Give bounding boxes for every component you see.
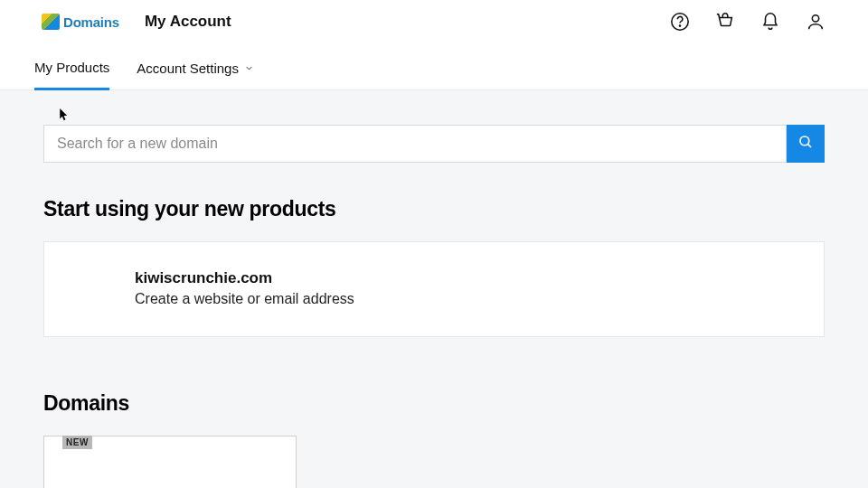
help-icon[interactable] (669, 11, 691, 33)
header-left: Domains My Account (42, 13, 231, 31)
header-icons (669, 11, 826, 33)
search-row (43, 125, 825, 163)
page-title: My Account (145, 13, 231, 31)
tab-my-products[interactable]: My Products (34, 60, 109, 90)
tabs: My Products Account Settings (0, 43, 868, 90)
tab-label: Account Settings (137, 61, 239, 76)
product-card[interactable]: kiwiscrunchie.com Create a website or em… (43, 241, 825, 337)
chevron-down-icon (244, 61, 254, 76)
section-heading-products: Start using your new products (43, 197, 825, 221)
logo[interactable]: Domains (42, 14, 119, 30)
product-card-title: kiwiscrunchie.com (135, 269, 802, 287)
bell-icon[interactable] (760, 11, 781, 33)
cart-icon[interactable] (714, 11, 736, 33)
cursor-icon (60, 108, 70, 124)
tab-label: My Products (34, 60, 109, 75)
tab-account-settings[interactable]: Account Settings (137, 60, 254, 89)
svg-point-3 (800, 136, 809, 145)
header: Domains My Account (0, 0, 868, 43)
search-button[interactable] (787, 125, 825, 163)
search-input[interactable] (43, 125, 787, 163)
product-card-subtitle: Create a website or email address (135, 291, 802, 307)
logo-icon (42, 14, 60, 30)
search-icon (797, 134, 814, 154)
new-badge: NEW (62, 436, 92, 449)
section-heading-domains: Domains (43, 391, 825, 416)
content: Start using your new products kiwiscrunc… (0, 90, 868, 488)
user-icon[interactable] (805, 11, 826, 33)
logo-text: Domains (63, 14, 119, 30)
domain-card[interactable]: NEW (43, 436, 297, 488)
svg-point-1 (679, 25, 680, 26)
svg-point-2 (812, 15, 818, 22)
